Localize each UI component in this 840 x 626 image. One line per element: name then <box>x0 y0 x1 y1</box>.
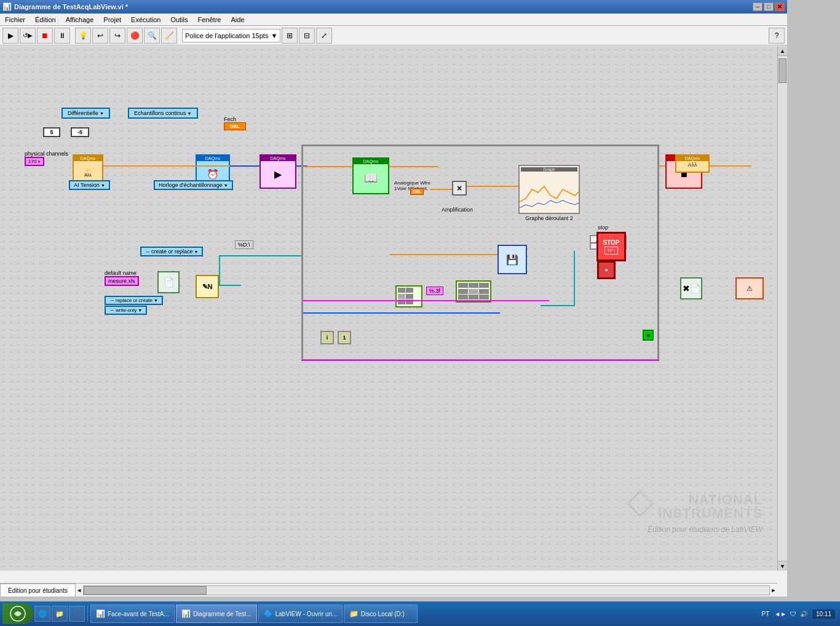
probe-button[interactable]: 🔍 <box>144 28 160 44</box>
wire-teal-v <box>574 251 575 306</box>
horloge-label: Horloge d'échantillonnage <box>159 182 223 188</box>
daqmx-read-node[interactable]: DAQmx 📖 <box>352 157 389 194</box>
ni-watermark: NATIONAL INSTRUMENTS Édition pour étudia… <box>625 488 763 534</box>
abort-button[interactable]: ⏹ <box>37 28 53 44</box>
stop-ctrl-inner[interactable]: ● <box>597 261 616 279</box>
scroll-left-btn[interactable]: ◄ <box>76 587 83 593</box>
file-write-node[interactable]: ✎N <box>196 275 219 298</box>
error-node[interactable]: ⚠ <box>735 277 764 299</box>
quick-ie[interactable]: 🌐 <box>34 606 50 622</box>
window-title-area: 📊 Diagramme de TestAcqLabView.vi * <box>2 2 128 11</box>
wire-pink-long <box>301 360 659 361</box>
highlight-button[interactable]: 💡 <box>75 28 91 44</box>
menu-fenetre[interactable]: Fenêtre <box>193 14 226 25</box>
resize-button[interactable]: ⤢ <box>316 28 332 44</box>
pause-button[interactable]: ⏸ <box>54 28 70 44</box>
title-bar: 📊 Diagramme de TestAcqLabView.vi * ─ □ ✕ <box>0 0 787 14</box>
close-button[interactable]: ✕ <box>775 2 785 11</box>
taskbar-item-face-avant[interactable]: 📊 Face-avant de TestA... <box>90 604 175 623</box>
font-dropdown-arrow: ▼ <box>271 32 277 39</box>
create-replace-symbol: ↔ <box>145 249 150 255</box>
file-open-node[interactable]: 📄 <box>157 271 180 293</box>
fech-label: Fech <box>224 116 246 122</box>
fech-dbl-node[interactable]: DBL <box>224 122 246 130</box>
quick-media[interactable]: 🎵 <box>69 606 85 622</box>
network-icon: ◄► <box>774 611 787 617</box>
stop-button-node[interactable]: STOP TF↑ <box>596 232 626 261</box>
mesure-xls-control[interactable]: mesure.xls <box>105 276 139 286</box>
scroll-right-btn[interactable]: ► <box>770 587 777 593</box>
menu-bar: Fichier Édition Affichage Projet Exécuti… <box>0 14 787 26</box>
array-node2[interactable] <box>395 285 422 307</box>
quick-folder[interactable]: 📁 <box>52 606 68 622</box>
wire-dbl-mult <box>430 189 452 190</box>
daqmx-start-node[interactable]: DAQmx ▶ <box>260 154 296 189</box>
taskbar-item-disco[interactable]: 📁 Disco Local (D:) <box>344 604 418 623</box>
wire-loop-out1 <box>389 166 438 167</box>
toolbar: ▶ ↺▶ ⏹ ⏸ 💡 ↩ ↪ 🔴 🔍 🧹 Police de l'applica… <box>0 26 787 46</box>
menu-edition[interactable]: Édition <box>30 14 61 25</box>
wire-teal-h <box>541 305 575 306</box>
wire-loop-in1 <box>303 166 352 167</box>
echantillons-dropdown[interactable]: Echantillons continus <box>128 108 198 119</box>
clock: 10:11 <box>812 609 835 619</box>
menu-projet[interactable]: Projet <box>98 14 126 25</box>
breakpoint-button[interactable]: 🔴 <box>127 28 143 44</box>
taskbar-item-diagramme[interactable]: 📊 Diagramme de Test... <box>176 604 257 623</box>
minimize-button[interactable]: ─ <box>753 2 763 11</box>
run-cont-button[interactable]: ↺▶ <box>20 28 36 44</box>
diagram-canvas[interactable]: Différentielle Echantillons continus 5 -… <box>0 46 787 571</box>
taskbar-item-labview[interactable]: 🔷 LabVIEW - Ouvrir un... <box>258 604 343 623</box>
wire-teal-vert <box>219 255 220 286</box>
file-close-node[interactable]: ✖📄 <box>680 277 702 299</box>
graphe-node[interactable]: Graph <box>518 165 580 214</box>
distribute-button[interactable]: ⊟ <box>299 28 315 44</box>
help-button[interactable]: ? <box>769 28 785 44</box>
num-neg5-control[interactable]: -5 <box>71 127 89 137</box>
menu-outils[interactable]: Outils <box>165 14 192 25</box>
wire-teal-to-write <box>219 285 241 286</box>
wire-blue-h <box>303 312 500 314</box>
daqmx-indicator[interactable]: DAQmx Aλλ <box>675 154 710 173</box>
edition-tab[interactable]: Edition pour étudiants <box>0 584 76 596</box>
menu-fichier[interactable]: Fichier <box>0 14 30 25</box>
num5-control[interactable]: 5 <box>43 127 60 137</box>
start-button[interactable] <box>2 603 33 624</box>
write-only-dropdown[interactable]: ↔ write-only <box>105 306 147 315</box>
scrollbar-horizontal[interactable] <box>83 585 770 595</box>
font-dropdown-label: Police de l'application 15pts <box>185 32 268 39</box>
differentielle-dropdown[interactable]: Différentielle <box>61 108 110 119</box>
menu-aide[interactable]: Aide <box>226 14 249 25</box>
maximize-button[interactable]: □ <box>764 2 774 11</box>
ai-tension-dropdown[interactable]: AI Tension <box>69 180 110 190</box>
run-button[interactable]: ▶ <box>2 28 18 44</box>
redo-button[interactable]: ↪ <box>109 28 125 44</box>
volume-icon: 🔊 <box>800 611 807 617</box>
daqmx-stat-node[interactable]: 💾 <box>497 245 527 274</box>
locale-indicator: PT <box>761 611 769 617</box>
replace-create-dropdown[interactable]: ↔ replace or create <box>105 296 163 305</box>
dbl-node[interactable]: DBL <box>410 188 424 195</box>
scrollbar-vertical[interactable]: ▲ ▼ <box>777 46 787 571</box>
font-dropdown[interactable]: Police de l'application 15pts ▼ <box>182 29 280 42</box>
menu-affichage[interactable]: Affichage <box>61 14 99 25</box>
stop-label: stop <box>598 224 608 231</box>
menu-execution[interactable]: Exécution <box>126 14 165 25</box>
align-button[interactable]: ⊞ <box>282 28 298 44</box>
multiply-node[interactable]: × <box>452 181 467 196</box>
stop-terminal: ⊞ <box>643 330 654 341</box>
status-bar: Edition pour étudiants ◄ ► <box>0 583 777 596</box>
physical-channels-label: physical channels <box>25 149 68 157</box>
create-replace-dropdown[interactable]: ↔ create or replace <box>140 247 203 256</box>
title-icon: 📊 <box>2 2 12 11</box>
physical-channels-control[interactable]: 170 ■ <box>25 157 44 166</box>
undo-button[interactable]: ↩ <box>92 28 108 44</box>
cleanup-button[interactable]: 🧹 <box>161 28 177 44</box>
format-string-node[interactable]: %.3f <box>426 287 443 295</box>
replace-create-symbol: ↔ <box>109 298 114 303</box>
wire-after-loop <box>659 165 665 167</box>
array-spreadsheet-node[interactable] <box>456 280 491 303</box>
write-only-label: write-only <box>116 307 137 313</box>
horloge-dropdown[interactable]: Horloge d'échantillonnage <box>154 180 233 190</box>
wire-stat-h <box>389 254 497 255</box>
